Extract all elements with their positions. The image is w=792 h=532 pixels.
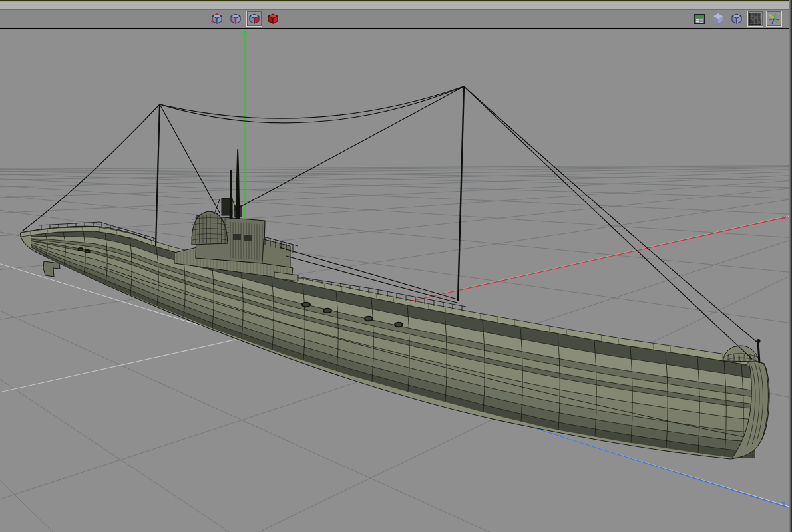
vertex-mode-button[interactable] <box>209 11 225 27</box>
periscope-short <box>230 170 233 219</box>
submarine-model[interactable] <box>21 86 769 459</box>
chrome-strip <box>0 2 792 10</box>
tower-hatch <box>233 234 241 240</box>
body-mode-button[interactable] <box>265 11 281 27</box>
face-mode-icon <box>248 12 261 25</box>
axis-x-label: x <box>782 213 787 222</box>
window-chrome <box>0 0 792 29</box>
geometry-window-button[interactable] <box>692 11 707 27</box>
smooth-preview-button[interactable] <box>710 11 726 27</box>
edge-mode-icon <box>229 12 242 25</box>
stern-post <box>758 342 759 363</box>
toolbar <box>0 10 792 29</box>
viewport-3d[interactable]: xyz <box>0 29 792 532</box>
jumping-wire <box>464 86 758 343</box>
show-axes-icon <box>767 12 781 25</box>
jumping-wire <box>22 104 160 231</box>
flat-shading-icon <box>730 12 743 25</box>
bow-fin <box>43 261 60 277</box>
vertex-mode-icon <box>210 12 224 25</box>
geometry-window-icon <box>693 12 706 25</box>
face-mode-button[interactable] <box>246 11 262 27</box>
jumping-wire <box>234 86 464 210</box>
body-mode-icon <box>266 12 280 25</box>
axis-y-label: y <box>241 29 246 38</box>
tower-hatch <box>244 235 252 241</box>
flat-shading-button[interactable] <box>729 11 745 27</box>
view-toggle-group <box>692 11 782 27</box>
show-axes-button[interactable] <box>766 11 782 27</box>
edge-mode-button[interactable] <box>228 11 244 27</box>
conning-tower <box>174 149 298 281</box>
show-grid-icon <box>749 12 762 25</box>
axis-z-label: z <box>781 499 785 508</box>
selection-mode-group <box>209 11 281 27</box>
smooth-preview-icon <box>711 12 725 25</box>
aft-mast <box>458 86 464 301</box>
show-grid-button[interactable] <box>747 11 763 27</box>
